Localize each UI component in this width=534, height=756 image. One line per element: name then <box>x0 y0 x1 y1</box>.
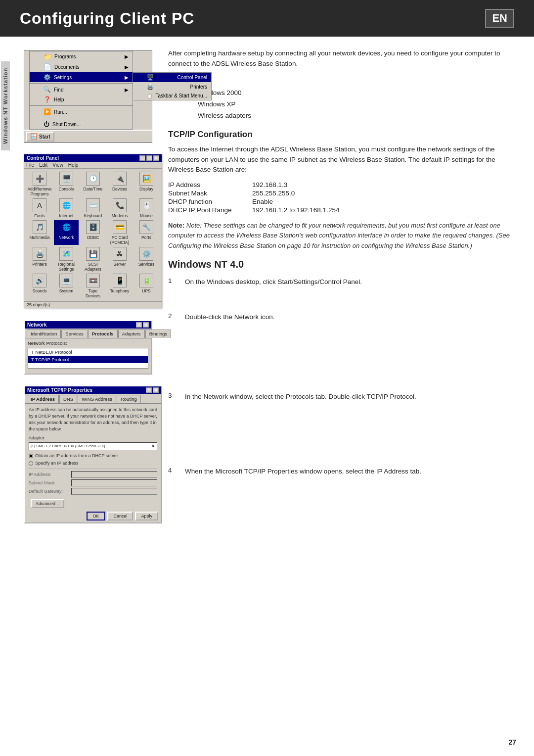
cp-icon-tape[interactable]: 📼Tape Devices <box>81 274 105 298</box>
step-2: 2 Double-click the Network icon. <box>168 312 514 323</box>
cp-icon-sounds[interactable]: 🔊Sounds <box>27 274 52 298</box>
network-dialog-close[interactable]: ? <box>136 322 142 328</box>
tcpip-dialog-screenshot: Microsoft TCP/IP Properties ? × IP Addre… <box>24 385 162 523</box>
cp-icon-ports[interactable]: 🔧Ports <box>134 220 159 245</box>
subnet-input[interactable] <box>71 479 157 486</box>
start-menu-documents[interactable]: 📄 Documents ▶ <box>30 62 133 72</box>
start-menu-run[interactable]: ▶️ Run... <box>30 107 133 117</box>
cp-minimize-btn[interactable]: _ <box>139 155 145 161</box>
cp-icon-datetime[interactable]: 🕐Date/Time <box>81 172 105 196</box>
cp-icon-pccard[interactable]: 💳PC Card (PCMCIA) <box>107 220 132 245</box>
ip-label-2: DHCP function <box>168 198 247 205</box>
start-menu-help[interactable]: ❓ Help <box>30 94 133 104</box>
tab-adapters[interactable]: Adapters <box>118 330 145 338</box>
apply-button[interactable]: Apply <box>135 512 158 520</box>
submenu-taskbar[interactable]: 📋 Taskbar & Start Menu... <box>133 92 211 100</box>
cp-icon-internet[interactable]: 🌐Internet <box>54 198 79 218</box>
step-3-text: In the Network window, select the Protoc… <box>185 392 416 402</box>
submenu-printers[interactable]: 🖨️ Printers <box>133 82 211 92</box>
submenu-control-panel[interactable]: 🖥️ Control Panel <box>133 73 211 82</box>
cp-icon-grid: ➕Add/Remove Programs 🖥️Console 🕐Date/Tim… <box>24 169 162 301</box>
windows-nt-title: Windows NT 4.0 <box>168 259 514 270</box>
cp-menu-file[interactable]: File <box>26 162 34 168</box>
tcpip-titlebar: Microsoft TCP/IP Properties ? × <box>25 386 161 394</box>
step-1-number: 1 <box>168 277 177 284</box>
step-4-number: 4 <box>168 467 177 474</box>
gateway-input[interactable] <box>71 488 157 495</box>
cp-icon-printers[interactable]: 🖨️Printers <box>27 247 52 272</box>
page-header: Configuring Client PC EN <box>0 0 534 37</box>
tcpip-section-description: To access the Internet through the ADSL … <box>168 144 514 176</box>
tab-routing[interactable]: Routing <box>117 395 141 403</box>
network-protocols-list[interactable]: T NetBEUI Protocol T TCP/IP Protocol <box>28 348 148 369</box>
page-number: 27 <box>508 738 516 746</box>
cp-icon-modems[interactable]: 📞Modems <box>107 198 132 218</box>
cp-menu-edit[interactable]: Edit <box>39 162 47 168</box>
tcpip-note: Note: Note: These settings can be change… <box>168 221 514 250</box>
cp-icon-keyboard[interactable]: ⌨️Keyboard <box>81 198 105 218</box>
adapter-select[interactable]: [1] SMC EZ Card 10/100 (SMC1255/F-TX)...… <box>29 442 157 450</box>
cp-icon-server[interactable]: 🖧Server <box>107 247 132 272</box>
network-protocols-label: Network Protocols: <box>25 338 151 347</box>
tcpip-dialog-help[interactable]: ? <box>146 387 152 393</box>
start-menu-programs[interactable]: 📁 Programs ▶ <box>30 51 133 62</box>
start-menu-shutdown[interactable]: ⏻ Shut Down... <box>30 119 133 129</box>
cp-statusbar: 25 object(s) <box>24 301 162 308</box>
protocol-tcpip[interactable]: T TCP/IP Protocol <box>28 356 148 363</box>
cp-icon-multimedia[interactable]: 🎵Multimedia <box>27 220 52 245</box>
sidebar: Windows NT Workstation 📁 Programs ▶ � <box>0 37 153 533</box>
cp-icon-scsi[interactable]: 💾SCSI Adapters <box>81 247 105 272</box>
step-3-number: 3 <box>168 392 177 399</box>
cp-icon-ups[interactable]: 🔋UPS <box>134 274 159 298</box>
sidebar-label: Windows NT Workstation <box>1 61 10 150</box>
cp-titlebar: Control Panel _ □ × <box>24 154 162 162</box>
cp-icon-services[interactable]: ⚙️Services <box>134 247 159 272</box>
tab-ipaddress[interactable]: IP Address <box>27 395 59 403</box>
cp-maximize-btn[interactable]: □ <box>146 155 152 161</box>
radio-manual[interactable]: Specify an IP address <box>29 460 157 467</box>
protocol-netbeui[interactable]: T NetBEUI Protocol <box>28 348 148 356</box>
advanced-button[interactable]: Advanced... <box>31 499 64 508</box>
network-dialog-titlebar: Network ? × <box>25 321 151 329</box>
step-3: 3 In the Network window, select the Prot… <box>168 392 514 402</box>
cancel-button[interactable]: Cancel <box>107 512 133 520</box>
tab-identification[interactable]: Identification <box>27 330 61 338</box>
radio-dhcp[interactable]: Obtain an IP address from a DHCP server <box>29 453 157 459</box>
cp-icon-display[interactable]: 🖼️Display <box>134 172 159 196</box>
ok-button[interactable]: OK <box>87 512 105 520</box>
step-4: 4 When the Microsoft TCP/IP Properties w… <box>168 467 514 477</box>
tcpip-dialog-close[interactable]: × <box>153 387 159 393</box>
network-dialog-close2[interactable]: × <box>143 322 149 328</box>
tab-bindings[interactable]: Bindings <box>145 330 171 338</box>
start-menu-find[interactable]: 🔍 Find ▶ <box>30 85 133 94</box>
ip-address-input[interactable] <box>71 471 157 478</box>
cp-icon-addremove[interactable]: ➕Add/Remove Programs <box>27 172 52 196</box>
cp-icon-devices[interactable]: 🔌Devices <box>107 172 132 196</box>
cp-menu-view[interactable]: View <box>52 162 63 168</box>
ip-value-1: 255.255.255.0 <box>252 189 381 197</box>
cp-menu-help[interactable]: Help <box>68 162 79 168</box>
step-1: 1 On the Windows desktop, click Start/Se… <box>168 277 514 287</box>
tab-dns[interactable]: DNS <box>59 395 77 403</box>
ip-value-2: Enable <box>252 198 381 205</box>
tcpip-section-title: TCP/IP Configuration <box>168 130 514 140</box>
cp-icon-network[interactable]: 🌐Network <box>54 220 79 245</box>
cp-icon-regional[interactable]: 🗺️Regional Settings <box>54 247 79 272</box>
cp-icon-console[interactable]: 🖥️Console <box>54 172 79 196</box>
cp-icon-fonts[interactable]: AFonts <box>27 198 52 218</box>
start-menu-settings[interactable]: ⚙️ Settings ▶ <box>30 72 133 82</box>
gateway-field-row: Default Gateway: <box>29 488 157 495</box>
cp-icon-mouse[interactable]: 🖱️Mouse <box>134 198 159 218</box>
cp-close-btn[interactable]: × <box>153 155 159 161</box>
tab-protocols[interactable]: Protocols <box>88 330 118 338</box>
tab-wins[interactable]: WINS Address <box>78 395 116 403</box>
tcpip-description: An IP address can be automatically assig… <box>25 404 161 498</box>
start-button[interactable]: 🪟 Start <box>26 132 54 142</box>
cp-icon-odbc[interactable]: 🗄️ODBC <box>81 220 105 245</box>
intro-paragraph: After completing hardware setup by conne… <box>168 48 514 69</box>
main-content: Windows NT Workstation 📁 Programs ▶ � <box>0 37 534 533</box>
tab-services[interactable]: Services <box>61 330 87 338</box>
step-2-text: Double-click the Network icon. <box>185 312 275 323</box>
cp-icon-system[interactable]: 💻System <box>54 274 79 298</box>
cp-icon-telephony[interactable]: 📱Telephony <box>107 274 132 298</box>
